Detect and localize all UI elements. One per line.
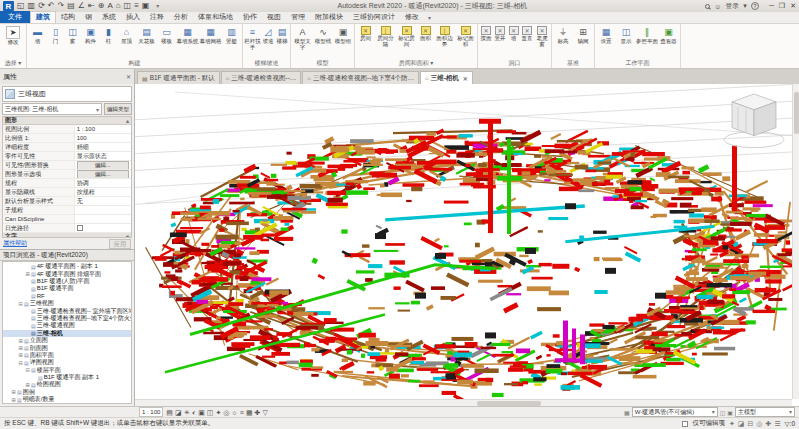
tree-expand-icon[interactable]: ⊟ [24, 367, 31, 373]
ribbon-tab-附加模块[interactable]: 附加模块 [310, 11, 348, 23]
browser-item[interactable]: ▤三维-暖通视图 [3, 322, 131, 329]
type-selector[interactable]: 三维视图 [2, 86, 132, 102]
gray-inactive-worksets-icon[interactable]: ◫ [720, 409, 726, 416]
column-button[interactable]: ▮柱 [100, 25, 117, 59]
help-icon[interactable]: ? [751, 2, 759, 10]
crop-view-icon[interactable]: ▣ [198, 409, 205, 416]
browser-item[interactable]: ⊞▤4F 暖通平面图 排烟平面 [3, 270, 131, 277]
view-cube[interactable] [724, 94, 784, 148]
set-work-plane-button[interactable]: ▦设置 [596, 25, 616, 59]
ribbon-tab-体量和场地[interactable]: 体量和场地 [193, 11, 238, 23]
apply-button[interactable]: 应用 [109, 239, 131, 249]
window-button[interactable]: ◫窗 [64, 25, 81, 59]
dormer-button[interactable]: ✕老虎窗 [534, 25, 550, 59]
editable-only-checkbox[interactable] [682, 421, 688, 427]
curtain-grid-button[interactable]: ▦幕墙网格 [199, 25, 222, 59]
view-tab-close-icon[interactable]: ✕ [463, 75, 468, 82]
browser-item[interactable]: ⊞▤立面图 [3, 337, 131, 344]
ribbon-tab-钢[interactable]: 钢 [80, 11, 97, 23]
horizontal-scrollbar[interactable] [135, 399, 792, 406]
ribbon-tab-注释[interactable]: 注释 [145, 11, 169, 23]
search-icon[interactable] [705, 4, 710, 9]
close-hidden-windows-icon[interactable]: ▣ [142, 2, 150, 10]
save-icon[interactable]: ▥ [28, 2, 36, 10]
temporary-hide-isolate-icon[interactable]: ◎ [223, 409, 229, 416]
ramp-button[interactable]: ◿坡道 [261, 25, 275, 59]
app-store-icon[interactable]: ▾ [743, 2, 747, 10]
browser-item[interactable]: ▤RF [3, 293, 131, 300]
instance-selector[interactable]: 三维视图: 三维-相机▾ [2, 103, 102, 115]
property-value[interactable]: 编辑... [75, 170, 131, 178]
ribbon-tab-三维协同设计[interactable]: 三维协同设计 [348, 11, 400, 23]
exclude-options-icon[interactable]: ✦ [729, 420, 735, 428]
property-value[interactable] [75, 206, 131, 214]
browser-item[interactable]: ▤4F 暖通平面图 - 副本 1 [3, 263, 131, 270]
default-3d-view-icon[interactable]: ⌂ [116, 2, 121, 10]
properties-palette-header[interactable]: 属性 ✕ [0, 69, 135, 84]
browser-item[interactable]: ⊞▤族 [3, 403, 131, 404]
door-button[interactable]: ▯门 [47, 25, 64, 59]
ref-plane-button[interactable]: ∥参照平面 [636, 25, 658, 59]
analytical-model-icon[interactable]: ▽ [262, 409, 267, 416]
sun-path-checkbox[interactable] [77, 225, 83, 231]
model-group-button[interactable]: ▣模型组 [333, 25, 353, 59]
ribbon-tab-视图[interactable]: 视图 [262, 11, 286, 23]
minimize-button[interactable]: ─ [769, 2, 774, 10]
project-browser-title[interactable]: 项目浏览器 - 暖通(Revit2020) [0, 250, 134, 261]
undo-icon[interactable]: ↶ [48, 2, 55, 10]
ribbon-tab-结构[interactable]: 结构 [56, 11, 80, 23]
browser-item[interactable]: ▤B1F 暖通(人防)平面 [3, 278, 131, 285]
temporary-view-properties-icon[interactable]: ≡ [240, 409, 244, 416]
tree-expand-icon[interactable]: ⊞ [10, 389, 17, 395]
browser-item[interactable]: ⊟▤楼层平面 [3, 366, 131, 373]
maximize-button[interactable]: ❐ [779, 2, 785, 10]
ribbon-tab-系统[interactable]: 系统 [97, 11, 121, 23]
vertical-scroll-thumb[interactable] [794, 92, 799, 134]
drawing-area[interactable] [135, 84, 799, 406]
model-line-button[interactable]: ∿模型线 [313, 25, 333, 59]
displace-elements-icon[interactable]: ✚ [255, 409, 261, 416]
worksets-icon[interactable]: ▦ [624, 409, 630, 416]
properties-close-icon[interactable]: ✕ [126, 73, 131, 80]
lock-3d-view-icon[interactable]: ✦ [215, 409, 221, 416]
drag-on-selection-icon[interactable]: ☰ [774, 420, 780, 428]
select-pinned-icon[interactable]: ✚ [765, 420, 771, 428]
property-value[interactable] [75, 215, 131, 223]
browser-item[interactable]: ⊞▤剖面图 [3, 344, 131, 351]
tree-expand-icon[interactable]: ⊞ [17, 352, 24, 358]
browser-item[interactable]: ▤B1F 暖通平面 [3, 285, 131, 292]
section-graphics[interactable]: 图形▴ [3, 117, 131, 125]
sync-with-central-icon[interactable]: ⟳ [38, 2, 45, 10]
reveal-hidden-elements-icon[interactable]: ☼ [231, 409, 237, 416]
collapse-icon[interactable]: ▴ [126, 117, 129, 124]
property-value[interactable]: 无 [75, 197, 131, 205]
section-icon[interactable]: ◫ [124, 2, 132, 10]
area-boundary-button[interactable]: ∣面积边界 [434, 25, 455, 59]
grid-button[interactable]: ⊞轴网 [573, 25, 593, 59]
browser-item[interactable]: ▤三维-相机 [3, 330, 131, 337]
file-menu-button[interactable]: 文件 [0, 11, 30, 23]
area-button[interactable]: ✕面积 [417, 25, 434, 59]
browser-item[interactable]: ▤B1F 暖通平面 副本 1 [3, 374, 131, 381]
sign-in-icon[interactable]: ☺ [714, 3, 721, 10]
edit-type-button[interactable]: 编辑类型 [104, 103, 132, 115]
modify-button[interactable]: ➤修改 [1, 25, 25, 59]
tree-expand-icon[interactable]: ⊞ [17, 338, 24, 344]
property-value[interactable]: 协调 [75, 179, 131, 187]
worksharing-display-icon[interactable]: ▦ [246, 409, 253, 416]
browser-item[interactable]: ⊟▤详图视图 [3, 359, 131, 366]
edit-button[interactable]: 编辑... [77, 161, 129, 169]
detail-level-icon[interactable]: ▤ [166, 409, 173, 416]
view-scale-button[interactable]: 1 : 100 [139, 407, 163, 417]
tag-area-button[interactable]: ✕标记面积 [455, 25, 476, 59]
browser-item[interactable]: ▤三维-暖通检查视图-- 室外墙下面区域 [3, 307, 131, 314]
horizontal-scroll-thumb[interactable] [477, 401, 541, 406]
edit-button[interactable]: 编辑... [77, 170, 129, 178]
3d-model-view[interactable] [135, 84, 799, 406]
sun-path-icon[interactable]: ☀ [184, 409, 190, 416]
ribbon-tab-建筑[interactable]: 建筑 [30, 11, 56, 23]
qat-customize-icon[interactable]: ▾ [156, 2, 159, 11]
browser-item[interactable]: ⊞▤面积平面 [3, 352, 131, 359]
select-underlay-icon[interactable]: ◎ [756, 420, 762, 428]
room-separator-button[interactable]: ∣房间分隔 [375, 25, 396, 59]
